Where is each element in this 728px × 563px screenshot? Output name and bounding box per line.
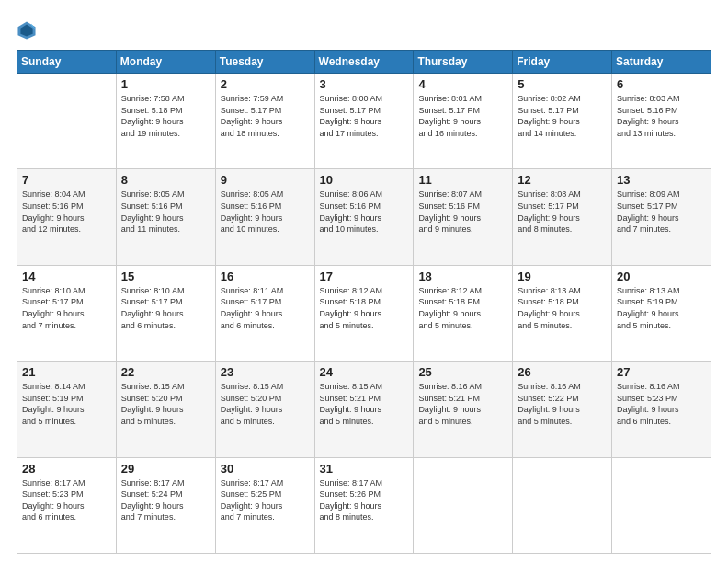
day-cell: 27Sunrise: 8:16 AM Sunset: 5:23 PM Dayli… [612,362,711,457]
day-cell: 16Sunrise: 8:11 AM Sunset: 5:17 PM Dayli… [215,265,314,361]
col-header-monday: Monday [116,51,215,74]
day-cell: 7Sunrise: 8:04 AM Sunset: 5:16 PM Daylig… [17,169,117,265]
day-number: 21 [22,365,111,379]
logo-icon [17,20,37,40]
day-cell: 12Sunrise: 8:08 AM Sunset: 5:17 PM Dayli… [513,169,612,265]
day-number: 7 [22,173,111,187]
day-info: Sunrise: 8:16 AM Sunset: 5:23 PM Dayligh… [617,381,706,427]
day-info: Sunrise: 8:17 AM Sunset: 5:24 PM Dayligh… [121,477,210,523]
day-cell: 1Sunrise: 7:58 AM Sunset: 5:18 PM Daylig… [116,74,215,169]
day-number: 5 [518,77,607,91]
day-cell: 14Sunrise: 8:10 AM Sunset: 5:17 PM Dayli… [17,265,117,361]
day-cell [414,457,513,553]
day-number: 30 [221,462,310,476]
day-info: Sunrise: 8:05 AM Sunset: 5:16 PM Dayligh… [221,189,310,235]
day-cell: 13Sunrise: 8:09 AM Sunset: 5:17 PM Dayli… [612,169,711,265]
day-number: 10 [320,173,409,187]
col-header-saturday: Saturday [612,51,711,74]
day-info: Sunrise: 8:07 AM Sunset: 5:16 PM Dayligh… [418,189,507,235]
day-cell: 23Sunrise: 8:15 AM Sunset: 5:20 PM Dayli… [215,362,314,457]
day-number: 9 [221,173,310,187]
day-number: 8 [121,173,210,187]
calendar-header-row: SundayMondayTuesdayWednesdayThursdayFrid… [17,51,711,74]
week-row-3: 21Sunrise: 8:14 AM Sunset: 5:19 PM Dayli… [17,362,711,457]
day-cell: 8Sunrise: 8:05 AM Sunset: 5:16 PM Daylig… [116,169,215,265]
day-info: Sunrise: 8:13 AM Sunset: 5:18 PM Dayligh… [518,285,607,331]
day-info: Sunrise: 8:17 AM Sunset: 5:23 PM Dayligh… [22,477,111,523]
day-number: 17 [320,270,409,283]
day-cell: 5Sunrise: 8:02 AM Sunset: 5:17 PM Daylig… [513,74,612,169]
day-number: 27 [617,365,706,379]
day-cell [513,457,612,553]
day-cell: 22Sunrise: 8:15 AM Sunset: 5:20 PM Dayli… [116,362,215,457]
day-cell: 28Sunrise: 8:17 AM Sunset: 5:23 PM Dayli… [17,457,117,553]
day-info: Sunrise: 8:04 AM Sunset: 5:16 PM Dayligh… [22,189,111,235]
day-cell: 31Sunrise: 8:17 AM Sunset: 5:26 PM Dayli… [314,457,414,553]
day-cell: 3Sunrise: 8:00 AM Sunset: 5:17 PM Daylig… [314,74,414,169]
day-number: 22 [121,365,210,379]
day-number: 18 [418,270,507,283]
day-number: 1 [121,77,210,91]
day-info: Sunrise: 8:15 AM Sunset: 5:21 PM Dayligh… [320,381,409,427]
day-cell: 10Sunrise: 8:06 AM Sunset: 5:16 PM Dayli… [314,169,414,265]
day-cell: 29Sunrise: 8:17 AM Sunset: 5:24 PM Dayli… [116,457,215,553]
day-number: 16 [221,270,310,283]
day-number: 15 [121,270,210,283]
day-number: 2 [221,77,310,91]
col-header-tuesday: Tuesday [215,51,314,74]
day-number: 11 [418,173,507,187]
day-info: Sunrise: 8:17 AM Sunset: 5:26 PM Dayligh… [320,477,409,523]
day-info: Sunrise: 7:59 AM Sunset: 5:17 PM Dayligh… [221,93,310,139]
day-info: Sunrise: 8:16 AM Sunset: 5:22 PM Dayligh… [518,381,607,427]
day-info: Sunrise: 8:15 AM Sunset: 5:20 PM Dayligh… [121,381,210,427]
day-cell: 4Sunrise: 8:01 AM Sunset: 5:17 PM Daylig… [414,74,513,169]
day-info: Sunrise: 8:17 AM Sunset: 5:25 PM Dayligh… [221,477,310,523]
day-number: 31 [320,462,409,476]
day-number: 4 [418,77,507,91]
day-number: 13 [617,173,706,187]
day-info: Sunrise: 8:09 AM Sunset: 5:17 PM Dayligh… [617,189,706,235]
day-info: Sunrise: 8:12 AM Sunset: 5:18 PM Dayligh… [418,285,507,331]
day-cell: 11Sunrise: 8:07 AM Sunset: 5:16 PM Dayli… [414,169,513,265]
day-info: Sunrise: 8:01 AM Sunset: 5:17 PM Dayligh… [418,93,507,139]
logo [17,20,40,40]
day-info: Sunrise: 8:15 AM Sunset: 5:20 PM Dayligh… [221,381,310,427]
day-cell: 21Sunrise: 8:14 AM Sunset: 5:19 PM Dayli… [17,362,117,457]
day-cell: 26Sunrise: 8:16 AM Sunset: 5:22 PM Dayli… [513,362,612,457]
col-header-thursday: Thursday [414,51,513,74]
day-cell: 6Sunrise: 8:03 AM Sunset: 5:16 PM Daylig… [612,74,711,169]
day-info: Sunrise: 8:10 AM Sunset: 5:17 PM Dayligh… [22,285,111,331]
week-row-1: 7Sunrise: 8:04 AM Sunset: 5:16 PM Daylig… [17,169,711,265]
day-info: Sunrise: 8:05 AM Sunset: 5:16 PM Dayligh… [121,189,210,235]
day-info: Sunrise: 8:13 AM Sunset: 5:19 PM Dayligh… [617,285,706,331]
day-cell: 9Sunrise: 8:05 AM Sunset: 5:16 PM Daylig… [215,169,314,265]
day-info: Sunrise: 8:08 AM Sunset: 5:17 PM Dayligh… [518,189,607,235]
day-info: Sunrise: 7:58 AM Sunset: 5:18 PM Dayligh… [121,93,210,139]
day-info: Sunrise: 8:11 AM Sunset: 5:17 PM Dayligh… [221,285,310,331]
day-number: 24 [320,365,409,379]
day-info: Sunrise: 8:00 AM Sunset: 5:17 PM Dayligh… [320,93,409,139]
col-header-wednesday: Wednesday [314,51,414,74]
day-info: Sunrise: 8:12 AM Sunset: 5:18 PM Dayligh… [320,285,409,331]
day-number: 26 [518,365,607,379]
day-cell: 15Sunrise: 8:10 AM Sunset: 5:17 PM Dayli… [116,265,215,361]
day-number: 29 [121,462,210,476]
day-number: 14 [22,270,111,283]
day-info: Sunrise: 8:03 AM Sunset: 5:16 PM Dayligh… [617,93,706,139]
day-info: Sunrise: 8:06 AM Sunset: 5:16 PM Dayligh… [320,189,409,235]
week-row-2: 14Sunrise: 8:10 AM Sunset: 5:17 PM Dayli… [17,265,711,361]
day-number: 19 [518,270,607,283]
day-number: 28 [22,462,111,476]
header [17,17,711,40]
calendar-table: SundayMondayTuesdayWednesdayThursdayFrid… [17,50,711,554]
day-cell: 2Sunrise: 7:59 AM Sunset: 5:17 PM Daylig… [215,74,314,169]
day-info: Sunrise: 8:14 AM Sunset: 5:19 PM Dayligh… [22,381,111,427]
week-row-0: 1Sunrise: 7:58 AM Sunset: 5:18 PM Daylig… [17,74,711,169]
day-info: Sunrise: 8:10 AM Sunset: 5:17 PM Dayligh… [121,285,210,331]
day-number: 23 [221,365,310,379]
day-number: 25 [418,365,507,379]
col-header-sunday: Sunday [17,51,117,74]
day-cell: 25Sunrise: 8:16 AM Sunset: 5:21 PM Dayli… [414,362,513,457]
day-cell: 24Sunrise: 8:15 AM Sunset: 5:21 PM Dayli… [314,362,414,457]
day-cell: 17Sunrise: 8:12 AM Sunset: 5:18 PM Dayli… [314,265,414,361]
